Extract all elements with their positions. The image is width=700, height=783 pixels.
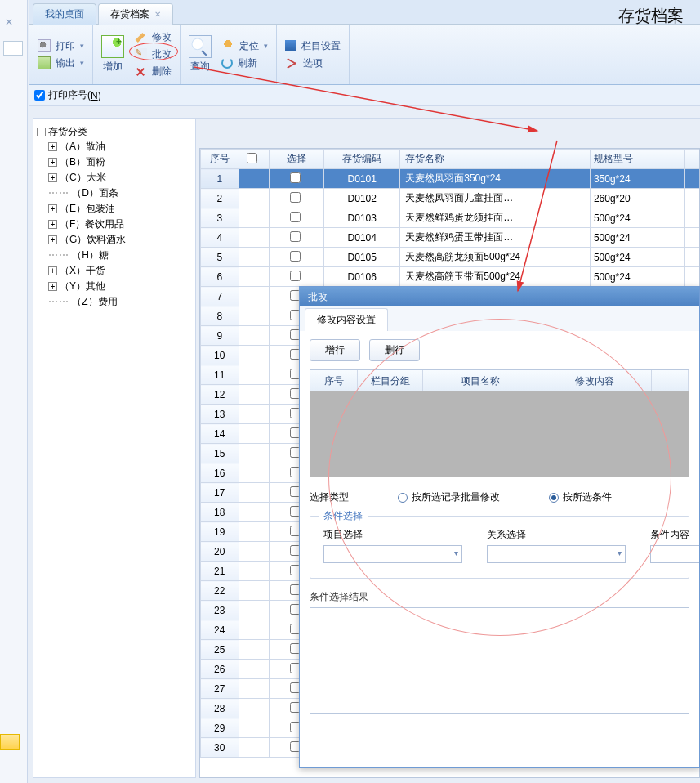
relation-select-label: 关系选择 xyxy=(487,528,626,542)
label: 输出 xyxy=(56,56,75,70)
locate-button[interactable]: 定位 ▾ xyxy=(221,39,268,53)
radio-label: 按所选记录批量修改 xyxy=(412,491,500,503)
tree-item[interactable]: +（F）餐饮用品 xyxy=(48,217,192,232)
radio-label: 按所选条件 xyxy=(563,491,612,503)
tab-label: 我的桌面 xyxy=(45,7,84,21)
tree-item[interactable]: +（B）面粉 xyxy=(48,154,192,170)
label: 删除 xyxy=(152,65,172,78)
select-all-checkbox[interactable] xyxy=(247,153,257,163)
close-icon[interactable]: ✕ xyxy=(154,10,161,19)
radio-by-condition[interactable]: 按所选条件 xyxy=(549,490,612,504)
item-select-combo[interactable] xyxy=(323,545,462,563)
expand-icon[interactable]: + xyxy=(48,142,57,151)
row-checkbox[interactable] xyxy=(290,212,301,222)
tab-desktop[interactable]: 我的桌面 xyxy=(33,3,96,25)
tree-item[interactable]: +（X）干货 xyxy=(48,263,192,279)
row-checkbox[interactable] xyxy=(290,192,301,203)
radio-icon xyxy=(398,493,408,503)
label: 打印 xyxy=(56,39,75,53)
mg-col-content[interactable]: 修改内容 xyxy=(537,370,652,392)
expand-icon[interactable]: + xyxy=(48,266,57,275)
row-checkbox[interactable] xyxy=(290,271,301,281)
dialog-tab-content[interactable]: 修改内容设置 xyxy=(305,308,388,331)
rail-search-input[interactable] xyxy=(3,41,23,56)
table-row[interactable]: 6D0106天麦然高筋玉带面500g*24500g*2412.006934468… xyxy=(201,267,700,287)
ribbon: 打印 ▾ 输出 ▾ 增加 修改 批改 xyxy=(29,25,700,85)
tree-item[interactable]: ⋯⋯ （H）糖 xyxy=(48,248,192,263)
close-icon[interactable]: ✕ xyxy=(5,16,13,28)
row-checkbox[interactable] xyxy=(290,251,301,262)
label: 批改 xyxy=(152,47,172,61)
left-rail: ✕ xyxy=(0,0,28,783)
condition-value-input[interactable] xyxy=(650,545,699,563)
tree-item[interactable]: +（E）包装油 xyxy=(48,201,192,217)
tab-label: 存货档案 xyxy=(110,7,149,21)
col-code[interactable]: 存货编码 xyxy=(324,150,400,169)
expand-icon[interactable]: + xyxy=(48,282,57,291)
table-row[interactable]: 1D0101天麦然凤羽面350g*24350g*248.406934468004… xyxy=(201,169,700,189)
column-settings-button[interactable]: 栏目设置 xyxy=(285,39,341,53)
label-part: 打印序号( xyxy=(48,88,91,102)
expand-icon[interactable]: + xyxy=(48,173,57,182)
col-select-check[interactable] xyxy=(239,150,270,169)
relation-select-combo[interactable] xyxy=(487,545,626,563)
add-row-button[interactable]: 增行 xyxy=(310,339,360,361)
print-button[interactable]: 打印 ▾ xyxy=(38,39,84,53)
condition-result-box xyxy=(310,607,689,714)
refresh-icon xyxy=(221,57,233,69)
query-button[interactable]: 查询 xyxy=(189,35,212,74)
col-select[interactable]: 选择 xyxy=(270,150,324,169)
col-name[interactable]: 存货名称 xyxy=(400,150,591,169)
tree-item[interactable]: ⋯⋯ （Z）费用 xyxy=(48,294,192,310)
expand-icon[interactable]: + xyxy=(48,204,57,213)
table-row[interactable]: 5D0105天麦然高筋龙须面500g*24500g*2412.006934468… xyxy=(201,248,700,267)
print-serial-row: 打印序号(N) 存货档案 xyxy=(29,85,700,106)
mg-col-item[interactable]: 项目名称 xyxy=(423,370,537,392)
chevron-down-icon: ▾ xyxy=(80,59,84,67)
add-button[interactable]: 增加 xyxy=(101,35,124,74)
label: 选项 xyxy=(303,56,323,70)
radio-by-selection[interactable]: 按所选记录批量修改 xyxy=(398,490,500,504)
batch-modify-dialog: 批改 修改内容设置 增行 删行 序号 栏目分组 项目名称 修改内容 选择类型 按… xyxy=(299,286,700,768)
table-row[interactable]: 2D0102天麦然凤羽面儿童挂面…260g*205.20693446800532… xyxy=(201,189,700,208)
batch-modify-button[interactable]: 批改 xyxy=(134,47,172,61)
refresh-button[interactable]: 刷新 xyxy=(221,56,268,70)
mg-col-group[interactable]: 栏目分组 xyxy=(358,370,423,392)
expand-icon[interactable]: + xyxy=(48,235,57,244)
condition-value-label: 条件内容 xyxy=(650,528,699,542)
tree-item[interactable]: ⋯⋯ （D）面条 xyxy=(48,186,192,201)
tree-root-label: 存货分类 xyxy=(48,126,87,137)
print-serial-checkbox[interactable] xyxy=(34,90,45,101)
output-button[interactable]: 输出 ▾ xyxy=(38,56,84,70)
label: 定位 xyxy=(239,39,259,53)
radio-icon xyxy=(549,493,559,503)
mg-col-idx[interactable]: 序号 xyxy=(310,370,358,392)
category-tree[interactable]: −存货分类 +（A）散油+（B）面粉+（C）大米⋯⋯ （D）面条+（E）包装油+… xyxy=(33,119,196,778)
label: 刷新 xyxy=(238,56,257,70)
tree-item[interactable]: +（A）散油 xyxy=(48,139,192,154)
modify-button[interactable]: 修改 xyxy=(134,30,172,44)
expand-icon[interactable]: + xyxy=(48,220,57,229)
col-spec[interactable]: 规格型号 xyxy=(590,150,684,169)
chevron-down-icon: ▾ xyxy=(80,42,84,50)
delete-row-button[interactable]: 删行 xyxy=(369,339,420,361)
export-icon xyxy=(38,56,51,69)
col-index[interactable]: 序号 xyxy=(201,150,239,169)
label: 栏目设置 xyxy=(301,39,341,53)
page-title: 存货档案 xyxy=(618,5,684,27)
delete-button[interactable]: 删除 xyxy=(134,65,172,78)
table-row[interactable]: 4D0104天麦然鲜鸡蛋玉带挂面…500g*2412.0069344680044… xyxy=(201,228,700,248)
table-row[interactable]: 3D0103天麦然鲜鸡蛋龙须挂面…500g*2412.0069344680044… xyxy=(201,208,700,228)
modify-items-grid: 序号 栏目分组 项目名称 修改内容 xyxy=(310,369,689,476)
row-checkbox[interactable] xyxy=(290,231,301,242)
tree-item[interactable]: +（G）饮料酒水 xyxy=(48,232,192,248)
edit-icon xyxy=(134,31,147,44)
tree-item[interactable]: +（C）大米 xyxy=(48,170,192,186)
col-weight[interactable]: 毛重毛重 xyxy=(685,150,699,169)
expand-icon[interactable]: + xyxy=(48,158,57,167)
tree-item[interactable]: +（Y）其他 xyxy=(48,279,192,294)
options-button[interactable]: 选项 xyxy=(285,56,341,70)
collapse-icon[interactable]: − xyxy=(37,128,46,136)
row-checkbox[interactable] xyxy=(290,172,301,183)
tab-inventory[interactable]: 存货档案 ✕ xyxy=(98,3,173,25)
